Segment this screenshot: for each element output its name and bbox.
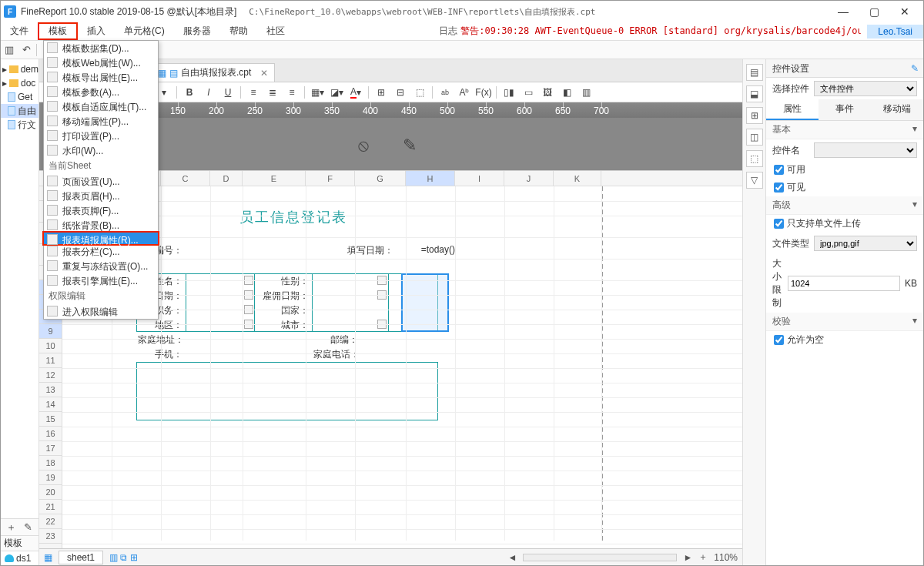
edit-icon[interactable]: ✎ [911,59,919,78]
row-header[interactable]: 22 [39,514,62,529]
column-header[interactable]: K [554,171,601,186]
column-header[interactable]: C [161,171,210,186]
row-header[interactable]: 19 [39,471,62,485]
scroll-left-icon[interactable]: ◄ [508,552,517,563]
font-color-button[interactable]: A▾ [347,85,364,100]
menu-item[interactable]: 打印设置(P)... [44,129,158,143]
selected-cell-h6-h9[interactable] [401,273,449,332]
misc-button[interactable]: ◧ [558,85,575,100]
column-header[interactable]: D [210,171,243,186]
filetype-select[interactable]: jpg,png,gif [814,236,917,251]
menu-item[interactable]: 进入权限编辑 [44,304,158,319]
format-button[interactable]: ⬚ [411,85,428,100]
link-panel-icon[interactable]: ⊞ [746,107,763,124]
menu-help[interactable]: 帮助 [220,22,257,40]
document-tab[interactable]: ▦ ▤ 自由填报报表.cpt ✕ [151,63,275,82]
menu-item[interactable]: 重复与冻结设置(O)... [44,259,158,273]
chart-button[interactable]: ▯▮ [500,85,517,100]
border-button[interactable]: ▦▾ [309,85,326,100]
datasource-item[interactable]: ds1 [1,551,38,565]
menu-item[interactable]: 水印(W)... [44,143,158,158]
zoom-plus-icon[interactable]: ＋ [698,551,708,564]
merge-button[interactable]: ⊞ [373,85,390,100]
column-header[interactable]: I [455,171,504,186]
cond-panel-icon[interactable]: ⬓ [746,85,763,102]
column-header[interactable]: G [355,171,406,186]
bold-button[interactable]: B [181,85,198,100]
minimize-button[interactable]: — [828,1,859,22]
add-button[interactable]: ＋ [2,520,19,535]
hide-icon[interactable]: ⦸ [358,136,380,152]
menu-item[interactable]: 报表页眉(H)... [44,189,158,203]
menu-item[interactable]: 报表引擎属性(E)... [44,273,158,288]
align-center-button[interactable]: ≣ [264,85,281,100]
menu-item[interactable]: 报表页脚(F)... [44,203,158,218]
group-validation[interactable]: 校验▾ [766,313,923,331]
tab-property[interactable]: 属性 [766,99,819,120]
column-header[interactable]: J [504,171,554,186]
column-header[interactable]: F [306,171,355,186]
fill-color-button[interactable]: ◪▾ [328,85,345,100]
row-header[interactable]: 20 [39,485,62,500]
maximize-button[interactable]: ▢ [859,1,889,22]
column-header[interactable]: H [406,171,455,186]
menu-item[interactable]: 模板数据集(D)... [44,41,158,55]
expand-panel-icon[interactable]: ◫ [746,129,763,146]
menu-cell[interactable]: 单元格(C) [115,22,174,40]
row-header[interactable]: 14 [39,397,62,412]
sheet-tab[interactable]: sheet1 [59,551,103,564]
menu-item[interactable]: 模板自适应属性(T)... [44,99,158,114]
back-button[interactable]: ↶ [18,42,35,58]
tree-item[interactable]: ▸doc [1,76,38,90]
menu-server[interactable]: 服务器 [174,22,220,40]
visible-checkbox[interactable] [774,183,784,193]
menu-item[interactable]: 移动端属性(P)... [44,114,158,129]
template-tab[interactable]: 模板 [1,537,25,550]
column-header[interactable]: E [243,171,306,186]
misc2-button[interactable]: ▥ [578,85,594,100]
group-advanced[interactable]: 高级▾ [766,196,923,215]
tree-item[interactable]: Get [1,90,38,104]
group-basic[interactable]: 基本▾ [766,121,923,139]
singlefile-checkbox[interactable] [774,219,784,229]
align-left-button[interactable]: ≡ [245,85,262,100]
scrollbar[interactable] [523,554,677,561]
scroll-right-icon[interactable]: ► [683,552,692,563]
row-header[interactable]: 23 [39,529,62,544]
menu-template[interactable]: 模板 [38,22,78,40]
menu-item[interactable]: 模板参数(A)... [44,85,158,99]
menu-item[interactable]: 报表分栏(C)... [44,244,158,259]
widget-type-select[interactable]: 文件控件 [814,81,917,96]
row-header[interactable]: 9 [39,324,62,339]
menu-item[interactable]: 模板导出属性(E)... [44,70,158,85]
tab-event[interactable]: 事件 [819,99,871,120]
italic-button[interactable]: I [200,85,217,100]
close-button[interactable]: ✕ [889,1,920,22]
widget-panel-icon[interactable]: ▤ [746,64,763,81]
menu-file[interactable]: 文件 [1,22,38,40]
row-header[interactable]: 12 [39,368,62,383]
menu-insert[interactable]: 插入 [78,22,115,40]
float-button[interactable]: ▭ [520,85,537,100]
log-label[interactable]: 日志 [439,25,457,38]
row-header[interactable]: 10 [39,339,62,353]
row-header[interactable]: 17 [39,441,62,456]
sheet-view-icons[interactable]: ▥ ⧉ ⊞ [109,552,138,563]
menu-item[interactable]: 页面设置(U)... [44,174,158,189]
new-button[interactable]: ▥ [1,42,18,58]
menu-item[interactable]: 报表填报属性(R)... [42,231,159,246]
abc-button[interactable]: ab [437,85,454,100]
enable-checkbox[interactable] [774,165,784,175]
underline-button[interactable]: U [219,85,236,100]
menu-item[interactable]: 模板Web属性(W)... [44,55,158,70]
filter-panel-icon[interactable]: ▽ [746,172,763,189]
tree-item[interactable]: 自由 [1,104,38,118]
tree-item[interactable]: ▸dem [1,62,38,76]
tab-close-icon[interactable]: ✕ [260,68,268,79]
row-header[interactable]: 11 [39,353,62,368]
tree-item[interactable]: 行文 [1,118,38,132]
widget-name-input[interactable] [814,142,917,158]
edit-button[interactable]: ✎ [19,520,36,535]
sup-button[interactable]: Aᵇ [456,85,473,100]
menu-community[interactable]: 社区 [257,22,294,40]
